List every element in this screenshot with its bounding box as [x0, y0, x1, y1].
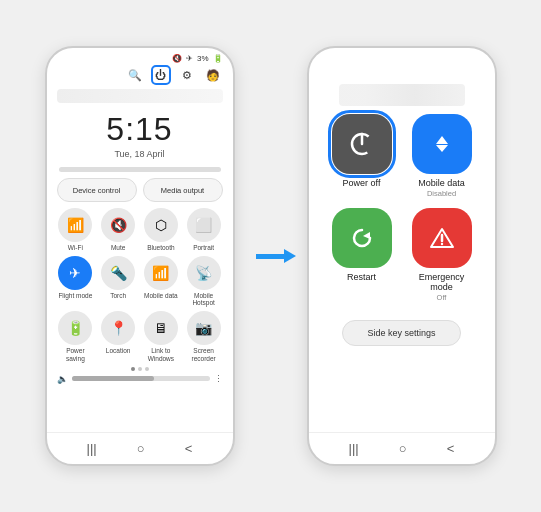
flight-label: Flight mode: [58, 292, 92, 299]
emergency-button[interactable]: [412, 208, 472, 268]
portrait-label: Portrait: [193, 244, 214, 251]
screen-recorder-label: Screen recorder: [185, 347, 223, 361]
left-phone: 🔇 ✈ 3% 🔋 🔍 ⏻ ⚙ 🧑 5:15 Tue, 18 April Devi…: [45, 46, 235, 466]
svg-marker-3: [436, 145, 448, 152]
power-saving-label: Power saving: [57, 347, 95, 361]
power-saving-icon[interactable]: 🔋: [58, 311, 92, 345]
dot-3: [145, 367, 149, 371]
right-nav-recent-icon[interactable]: <: [447, 441, 455, 456]
tile-bluetooth: ⬡ Bluetooth: [142, 208, 180, 251]
tile-flight: ✈ Flight mode: [57, 256, 95, 306]
restart-button[interactable]: [332, 208, 392, 268]
blurred-notifications: [57, 89, 223, 103]
device-control-button[interactable]: Device control: [57, 178, 137, 202]
svg-marker-4: [363, 232, 370, 239]
nav-back-icon[interactable]: |||: [87, 441, 97, 456]
restart-label: Restart: [347, 272, 376, 282]
location-icon[interactable]: 📍: [101, 311, 135, 345]
arrow: [256, 254, 286, 259]
tile-link-windows: 🖥 Link to Windows: [142, 311, 180, 361]
tile-location: 📍 Location: [99, 311, 137, 361]
date-display: Tue, 18 April: [47, 149, 233, 159]
svg-point-7: [440, 243, 442, 245]
status-sound-icon: 🔇: [172, 54, 182, 63]
tile-torch: 🔦 Torch: [99, 256, 137, 306]
volume-level: [72, 376, 155, 381]
power-off-button[interactable]: [332, 114, 392, 174]
tile-power-saving: 🔋 Power saving: [57, 311, 95, 361]
bluetooth-label: Bluetooth: [147, 244, 174, 251]
mobile-data-sublabel: Disabled: [427, 189, 456, 198]
mute-icon[interactable]: 🔇: [101, 208, 135, 242]
quick-icons-row: 🔍 ⏻ ⚙ 🧑: [47, 65, 233, 89]
emergency-sublabel: Off: [437, 293, 447, 302]
power-off-item: Power off: [327, 114, 397, 198]
tile-portrait: ⬜ Portrait: [185, 208, 223, 251]
quick-settings-grid: 📶 Wi-Fi 🔇 Mute ⬡ Bluetooth ⬜ Portrait ✈ …: [57, 208, 223, 362]
right-nav-home-icon[interactable]: ○: [399, 441, 407, 456]
torch-label: Torch: [110, 292, 126, 299]
right-status-bar: [309, 48, 495, 74]
arrow-shaft: [256, 254, 286, 259]
torch-icon[interactable]: 🔦: [101, 256, 135, 290]
hotspot-icon[interactable]: 📡: [187, 256, 221, 290]
time-display: 5:15: [47, 111, 233, 148]
mobile-data-icon[interactable]: 📶: [144, 256, 178, 290]
screen-recorder-icon[interactable]: 📷: [187, 311, 221, 345]
gear-icon[interactable]: ⚙: [177, 65, 197, 85]
right-phone: Power off Mobile data Disabled: [307, 46, 497, 466]
wifi-icon[interactable]: 📶: [58, 208, 92, 242]
power-icon[interactable]: ⏻: [151, 65, 171, 85]
volume-bar-row: 🔈 ⋮: [57, 374, 223, 384]
tile-hotspot: 📡 Mobile Hotspot: [185, 256, 223, 306]
status-bt-icon: ✈: [186, 54, 193, 63]
power-menu-grid: Power off Mobile data Disabled: [309, 114, 495, 302]
tile-wifi: 📶 Wi-Fi: [57, 208, 95, 251]
right-nav-bar: ||| ○ <: [309, 432, 495, 464]
location-label: Location: [106, 347, 131, 354]
portrait-icon[interactable]: ⬜: [187, 208, 221, 242]
link-windows-label: Link to Windows: [142, 347, 180, 361]
control-buttons: Device control Media output: [57, 178, 223, 202]
mute-label: Mute: [111, 244, 125, 251]
emergency-label: Emergency mode: [407, 272, 477, 292]
mobile-data-label: Mobile data: [418, 178, 465, 188]
flight-icon[interactable]: ✈: [58, 256, 92, 290]
left-nav-bar: ||| ○ <: [47, 432, 233, 464]
nav-home-icon[interactable]: ○: [137, 441, 145, 456]
bluetooth-icon[interactable]: ⬡: [144, 208, 178, 242]
tile-screen-recorder: 📷 Screen recorder: [185, 311, 223, 361]
tile-mobile-data: 📶 Mobile data: [142, 256, 180, 306]
battery-icon: 🔋: [213, 54, 223, 63]
mobile-data-button[interactable]: [412, 114, 472, 174]
hotspot-label: Mobile Hotspot: [185, 292, 223, 306]
mobile-data-label: Mobile data: [144, 292, 178, 299]
side-key-settings-button[interactable]: Side key settings: [342, 320, 460, 346]
side-key-section: Side key settings: [327, 320, 477, 346]
svg-marker-2: [436, 136, 448, 144]
dot-2: [138, 367, 142, 371]
time-area: 5:15 Tue, 18 April: [47, 103, 233, 161]
mobile-data-item: Mobile data Disabled: [407, 114, 477, 198]
tile-mute: 🔇 Mute: [99, 208, 137, 251]
dot-1: [131, 367, 135, 371]
media-output-button[interactable]: Media output: [143, 178, 223, 202]
nav-recent-icon[interactable]: <: [185, 441, 193, 456]
status-bar: 🔇 ✈ 3% 🔋: [47, 48, 233, 65]
volume-bar[interactable]: [72, 376, 210, 381]
brightness-bar[interactable]: [59, 167, 221, 172]
dots-row: [47, 367, 233, 371]
battery-text: 3%: [197, 54, 209, 63]
search-icon[interactable]: 🔍: [125, 65, 145, 85]
restart-item: Restart: [327, 208, 397, 302]
arrow-container: [251, 254, 291, 259]
emergency-item: Emergency mode Off: [407, 208, 477, 302]
volume-more-icon[interactable]: ⋮: [214, 374, 223, 384]
volume-icon: 🔈: [57, 374, 68, 384]
power-off-label: Power off: [343, 178, 381, 188]
link-windows-icon[interactable]: 🖥: [144, 311, 178, 345]
person-icon[interactable]: 🧑: [203, 65, 223, 85]
wifi-label: Wi-Fi: [68, 244, 83, 251]
right-nav-back-icon[interactable]: |||: [349, 441, 359, 456]
right-blurred-title: [339, 84, 465, 106]
